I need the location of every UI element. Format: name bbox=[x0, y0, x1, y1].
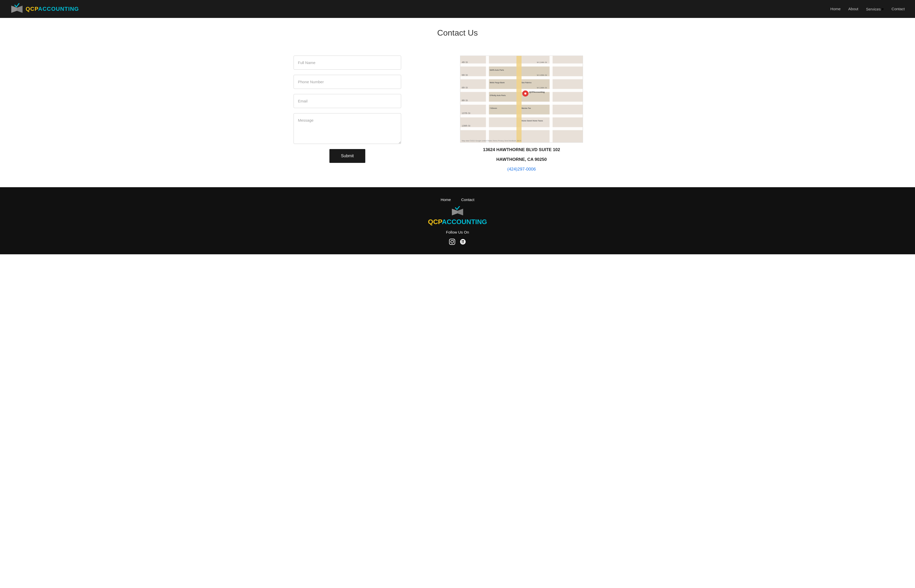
svg-text:O'Reilly Auto Parts: O'Reilly Auto Parts bbox=[490, 95, 506, 97]
svg-text:137th St: 137th St bbox=[462, 112, 470, 115]
full-name-input[interactable] bbox=[294, 56, 401, 69]
svg-point-40 bbox=[451, 241, 454, 243]
logo-icon bbox=[10, 3, 24, 15]
chevron-down-icon: ▾ bbox=[882, 6, 884, 11]
svg-rect-16 bbox=[489, 105, 516, 115]
footer: Home Contact QCPACCOUNTING Follow Us On bbox=[0, 187, 915, 254]
svg-text:138th St: 138th St bbox=[462, 124, 470, 127]
footer-logo-icon bbox=[451, 206, 464, 217]
address-line1: 13624 HAWTHORNE BLVD SUITE 102 bbox=[483, 147, 560, 152]
logo-accounting-text: ACCOUNTING bbox=[38, 6, 79, 12]
svg-text:Wells Fargo Bank: Wells Fargo Bank bbox=[490, 82, 504, 84]
message-input[interactable] bbox=[294, 113, 401, 144]
svg-text:NAPA Auto Parts: NAPA Auto Parts bbox=[490, 69, 504, 71]
email-input[interactable] bbox=[294, 94, 401, 108]
svg-rect-7 bbox=[486, 56, 489, 142]
svg-text:W 136th St: W 136th St bbox=[537, 87, 547, 89]
svg-text:5th St: 5th St bbox=[462, 74, 468, 76]
map[interactable]: 4th St 5th St 6th St 8th St 137th St 138… bbox=[460, 56, 583, 143]
svg-text:8th St: 8th St bbox=[462, 99, 468, 102]
svg-rect-14 bbox=[489, 92, 516, 102]
map-address-section: 4th St 5th St 6th St 8th St 137th St 138… bbox=[422, 56, 621, 172]
nav-links: Home About Services ▾ Contact bbox=[831, 6, 905, 11]
instagram-icon[interactable] bbox=[449, 238, 456, 247]
footer-follow-text: Follow Us On bbox=[446, 230, 469, 234]
nav-services[interactable]: Services bbox=[866, 7, 881, 11]
nav-about[interactable]: About bbox=[849, 6, 858, 11]
footer-links: Home Contact bbox=[441, 197, 474, 202]
svg-rect-17 bbox=[522, 105, 550, 115]
svg-rect-9 bbox=[550, 56, 553, 142]
svg-rect-10 bbox=[489, 66, 516, 76]
svg-point-41 bbox=[453, 240, 454, 241]
svg-rect-12 bbox=[489, 79, 516, 89]
svg-point-36 bbox=[524, 92, 526, 95]
svg-text:W 135th St: W 135th St bbox=[537, 74, 547, 76]
svg-rect-8 bbox=[516, 56, 522, 142]
nav-contact[interactable]: Contact bbox=[891, 6, 905, 11]
footer-logo-qcp: QCP bbox=[428, 218, 442, 226]
footer-contact[interactable]: Contact bbox=[461, 197, 474, 202]
submit-button[interactable]: Submit bbox=[330, 149, 365, 163]
svg-text:Macias Tax: Macias Tax bbox=[522, 107, 531, 109]
page-title: Contact Us bbox=[0, 18, 915, 45]
footer-home[interactable]: Home bbox=[441, 197, 451, 202]
nav-home[interactable]: Home bbox=[831, 6, 841, 11]
navbar: QCPACCOUNTING Home About Services ▾ Cont… bbox=[0, 0, 915, 18]
svg-text:4th St: 4th St bbox=[462, 61, 468, 63]
main-content: Submit bbox=[278, 45, 637, 187]
svg-text:W 134th St: W 134th St bbox=[537, 61, 547, 63]
svg-text:Sas Fabrics: Sas Fabrics bbox=[522, 82, 532, 84]
address-line2: HAWTHORNE, CA 90250 bbox=[496, 157, 547, 162]
logo-qcp-text: QCP bbox=[26, 6, 38, 12]
phone-input[interactable] bbox=[294, 75, 401, 89]
yelp-icon[interactable] bbox=[459, 238, 466, 247]
svg-text:7-Eleven: 7-Eleven bbox=[490, 107, 497, 109]
svg-text:QCPAccounting: QCPAccounting bbox=[529, 91, 545, 93]
svg-rect-39 bbox=[449, 239, 455, 245]
phone-link[interactable]: (424)297-0006 bbox=[507, 167, 536, 172]
svg-text:Map data ©2022 Google  United : Map data ©2022 Google United States Term… bbox=[462, 140, 521, 142]
logo[interactable]: QCPACCOUNTING bbox=[10, 3, 79, 15]
footer-social bbox=[449, 238, 466, 247]
footer-logo: QCPACCOUNTING bbox=[428, 206, 487, 226]
svg-text:6th St: 6th St bbox=[462, 86, 468, 89]
contact-form: Submit bbox=[294, 56, 401, 163]
footer-logo-accounting: ACCOUNTING bbox=[442, 218, 487, 226]
svg-text:Home Sweet Home Taxes: Home Sweet Home Taxes bbox=[522, 120, 543, 122]
